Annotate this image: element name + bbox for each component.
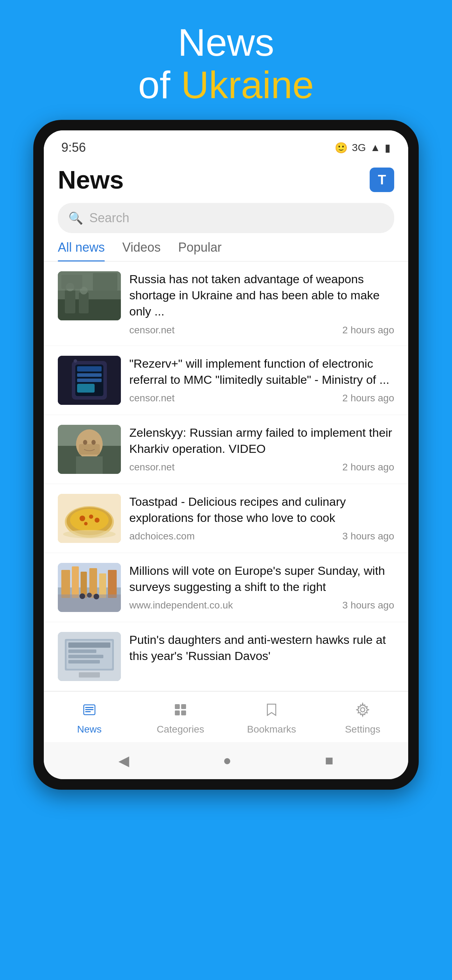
news-source: adchoices.com — [129, 531, 195, 542]
news-source: censor.net — [129, 325, 175, 336]
news-item[interactable]: "Rezerv+" will implement function of ele… — [44, 346, 408, 415]
news-nav-icon — [82, 702, 97, 721]
network-label: 3G — [352, 142, 366, 154]
svg-rect-39 — [99, 573, 106, 598]
back-button[interactable]: ◀ — [118, 752, 129, 768]
news-title: Putin's daughters and anti-western hawks… — [129, 632, 394, 664]
news-source: censor.net — [129, 461, 175, 473]
home-button[interactable]: ● — [223, 752, 231, 768]
news-meta: www.independent.co.uk 3 hours ago — [129, 600, 394, 611]
svg-point-23 — [91, 440, 95, 445]
news-time: 2 hours ago — [342, 393, 394, 404]
svg-rect-14 — [77, 379, 102, 382]
title-of-prefix: of — [138, 63, 181, 106]
svg-rect-52 — [79, 672, 100, 678]
news-thumbnail — [58, 632, 121, 681]
svg-point-27 — [70, 509, 108, 531]
news-meta: censor.net 2 hours ago — [129, 461, 394, 473]
news-item[interactable]: Millions will vote on Europe's super Sun… — [44, 553, 408, 622]
svg-point-61 — [361, 708, 365, 712]
search-icon: 🔍 — [68, 211, 83, 225]
title-news: News — [138, 21, 314, 64]
news-source: www.independent.co.uk — [129, 600, 233, 611]
news-thumbnail — [58, 494, 121, 543]
nav-settings[interactable]: Settings — [317, 698, 408, 738]
search-bar[interactable]: 🔍 Search — [58, 203, 394, 233]
svg-rect-21 — [79, 444, 100, 455]
nav-categories[interactable]: Categories — [135, 698, 226, 738]
news-time: 3 hours ago — [342, 600, 394, 611]
app-header: News T — [44, 158, 408, 199]
news-item[interactable]: Russia has not taken advantage of weapon… — [44, 261, 408, 346]
news-content: Russia has not taken advantage of weapon… — [129, 271, 394, 336]
emoji-icon: 🙂 — [334, 142, 348, 154]
tab-videos[interactable]: Videos — [122, 240, 161, 261]
news-time: 2 hours ago — [342, 461, 394, 473]
nav-bookmarks[interactable]: Bookmarks — [226, 698, 317, 738]
svg-point-31 — [84, 522, 88, 525]
phone-frame: 9:56 🙂 3G ▲ ▮ News T 🔍 Search All news — [33, 120, 419, 790]
svg-rect-58 — [181, 704, 186, 709]
svg-rect-56 — [85, 711, 91, 712]
svg-point-42 — [80, 593, 85, 599]
news-time: 2 hours ago — [342, 325, 394, 336]
news-title: Toastpad - Delicious recipes and culinar… — [129, 494, 394, 526]
svg-point-43 — [87, 593, 92, 598]
news-thumbnail — [58, 425, 121, 474]
categories-nav-icon — [173, 702, 188, 721]
news-title: "Rezerv+" will implement function of ele… — [129, 356, 394, 388]
news-thumbnail — [58, 563, 121, 612]
svg-rect-12 — [77, 366, 102, 372]
settings-nav-icon — [355, 702, 370, 721]
news-title: Millions will vote on Europe's super Sun… — [129, 563, 394, 595]
android-nav: ◀ ● ■ — [44, 742, 408, 779]
title-of-ukraine: of Ukraine — [138, 64, 314, 106]
svg-rect-60 — [181, 711, 186, 715]
svg-rect-51 — [68, 660, 100, 663]
nav-bookmarks-label: Bookmarks — [247, 724, 296, 735]
svg-point-16 — [73, 359, 77, 363]
svg-rect-49 — [68, 649, 96, 653]
svg-rect-8 — [93, 273, 118, 291]
news-thumbnail — [58, 356, 121, 405]
news-content: Zelenskyy: Russian army failed to implem… — [129, 425, 394, 473]
nav-news[interactable]: News — [44, 698, 135, 738]
svg-rect-54 — [85, 707, 94, 708]
news-item[interactable]: Putin's daughters and anti-western hawks… — [44, 622, 408, 691]
news-meta: censor.net 2 hours ago — [129, 393, 394, 404]
nav-settings-label: Settings — [345, 724, 380, 735]
news-title: Russia has not taken advantage of weapon… — [129, 271, 394, 320]
recent-button[interactable]: ■ — [325, 752, 333, 768]
status-time: 9:56 — [61, 140, 86, 155]
phone-screen: 9:56 🙂 3G ▲ ▮ News T 🔍 Search All news — [44, 130, 408, 779]
svg-rect-50 — [68, 655, 103, 658]
bookmarks-nav-icon — [264, 702, 279, 721]
app-header-title: News — [58, 165, 124, 194]
svg-rect-36 — [72, 566, 79, 598]
svg-point-22 — [83, 440, 87, 445]
svg-rect-7 — [61, 275, 82, 289]
svg-point-28 — [80, 515, 85, 521]
svg-point-44 — [94, 594, 99, 599]
status-icons: 🙂 3G ▲ ▮ — [334, 142, 391, 154]
news-meta: adchoices.com 3 hours ago — [129, 531, 394, 542]
tab-all-news[interactable]: All news — [58, 240, 105, 261]
news-list: Russia has not taken advantage of weapon… — [44, 261, 408, 691]
news-content: Toastpad - Delicious recipes and culinar… — [129, 494, 394, 542]
news-item[interactable]: Toastpad - Delicious recipes and culinar… — [44, 484, 408, 553]
svg-point-29 — [89, 514, 93, 519]
news-content: Millions will vote on Europe's super Sun… — [129, 563, 394, 611]
signal-icon: ▲ — [370, 142, 380, 154]
telegram-button[interactable]: T — [370, 167, 394, 192]
tab-popular[interactable]: Popular — [178, 240, 222, 261]
svg-rect-3 — [79, 292, 89, 313]
news-source: censor.net — [129, 393, 175, 404]
news-content: Putin's daughters and anti-western hawks… — [129, 632, 394, 669]
tabs-bar: All news Videos Popular — [44, 240, 408, 261]
svg-rect-35 — [61, 570, 70, 598]
search-placeholder: Search — [89, 211, 129, 225]
svg-rect-48 — [68, 643, 110, 648]
svg-rect-2 — [65, 289, 75, 313]
news-item[interactable]: Zelenskyy: Russian army failed to implem… — [44, 415, 408, 484]
bottom-nav: News Categories — [44, 691, 408, 742]
